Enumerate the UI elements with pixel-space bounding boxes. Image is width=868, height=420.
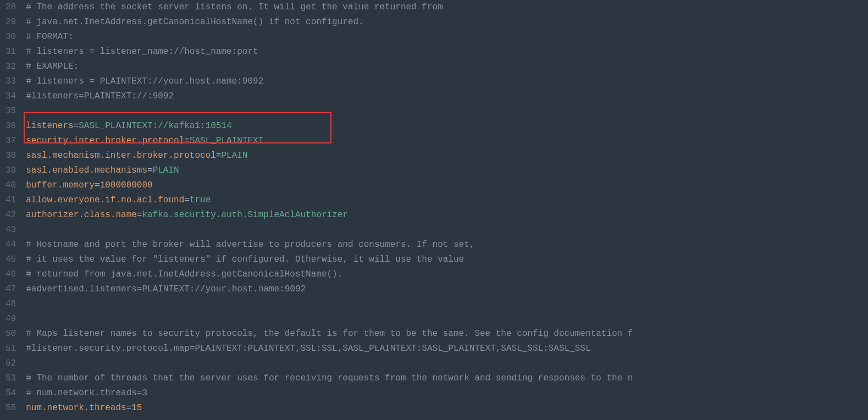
code-line[interactable]: buffer.memory=1000000000 [26, 178, 868, 193]
line-number: 38 [5, 148, 16, 163]
code-line[interactable]: allow.everyone.if.no.acl.found=true [26, 193, 868, 208]
line-number: 49 [5, 312, 16, 327]
code-line[interactable]: # The number of threads that the server … [26, 371, 868, 386]
code-token: 1000000000 [100, 180, 153, 190]
line-number: 35 [5, 104, 16, 119]
code-token: sasl.enabled.mechanisms [26, 165, 147, 175]
code-token: SASL_PLAINTEXT://kafka1:10514 [79, 121, 231, 131]
code-token: #listener.security.protocol.map=PLAINTEX… [26, 344, 590, 353]
code-token: # listeners = PLAINTEXT://your.host.name… [26, 76, 263, 86]
line-number: 28 [5, 0, 16, 15]
code-token: num.network.threads [26, 403, 126, 413]
code-line[interactable]: # listeners = listener_name://host_name:… [26, 45, 868, 59]
code-token: kafka.security.auth.SimpleAclAuthorizer [142, 210, 347, 220]
code-line[interactable]: # EXAMPLE: [26, 59, 868, 74]
code-token: # EXAMPLE: [26, 62, 79, 71]
line-number: 51 [5, 341, 16, 356]
code-line[interactable] [26, 104, 868, 119]
line-number: 40 [5, 178, 16, 193]
code-token: # The address the socket server listens … [26, 2, 443, 12]
code-line[interactable]: listeners=SASL_PLAINTEXT://kafka1:10514 [26, 119, 868, 134]
code-token: = [95, 180, 100, 190]
code-token: # Maps listener names to security protoc… [26, 329, 633, 339]
code-area[interactable]: # The address the socket server listens … [26, 0, 868, 416]
code-token: security.inter.broker.protocol [26, 136, 184, 146]
code-line[interactable]: # The address the socket server listens … [26, 0, 868, 15]
code-token: = [74, 121, 79, 131]
line-number: 47 [5, 282, 16, 297]
line-number: 42 [5, 208, 16, 223]
code-token: = [147, 165, 153, 175]
code-token: # Hostname and port the broker will adve… [26, 240, 474, 250]
code-line[interactable]: # it uses the value for "listeners" if c… [26, 252, 868, 267]
line-number-gutter: 2829303132333435363738394041424344454647… [0, 0, 26, 416]
code-token: authorizer.class.name [26, 210, 137, 220]
line-number: 50 [5, 327, 16, 341]
code-line[interactable]: sasl.enabled.mechanisms=PLAIN [26, 163, 868, 178]
line-number: 54 [5, 386, 16, 401]
code-line[interactable]: #listeners=PLAINTEXT://:9092 [26, 89, 868, 104]
code-token: listeners [26, 121, 73, 131]
line-number: 29 [5, 15, 16, 30]
code-token: = [184, 195, 190, 205]
code-line[interactable] [26, 312, 868, 327]
code-token: 15 [131, 403, 142, 413]
code-token: PLAIN [221, 151, 247, 161]
code-token: # num.network.threads=3 [26, 388, 147, 398]
line-number: 31 [5, 45, 16, 59]
code-token: allow.everyone.if.no.acl.found [26, 195, 184, 205]
code-token: # it uses the value for "listeners" if c… [26, 255, 464, 264]
code-token: = [184, 136, 190, 146]
line-number: 48 [5, 297, 16, 312]
code-line[interactable]: # Maps listener names to security protoc… [26, 327, 868, 341]
code-line[interactable] [26, 356, 868, 371]
line-number: 39 [5, 163, 16, 178]
line-number: 44 [5, 237, 16, 252]
code-token: # listeners = listener_name://host_name:… [26, 47, 258, 57]
code-editor[interactable]: 2829303132333435363738394041424344454647… [0, 0, 868, 416]
code-token: # java.net.InetAddress.getCanonicalHostN… [26, 17, 364, 27]
line-number: 45 [5, 252, 16, 267]
line-number: 46 [5, 267, 16, 282]
code-token: = [137, 210, 142, 220]
code-line[interactable]: # returned from java.net.InetAddress.get… [26, 267, 868, 282]
code-token: sasl.mechanism.inter.broker.protocol [26, 151, 216, 161]
code-line[interactable]: # Hostname and port the broker will adve… [26, 237, 868, 252]
code-line[interactable]: # FORMAT: [26, 30, 868, 45]
code-token: PLAIN [153, 165, 179, 175]
code-line[interactable]: sasl.mechanism.inter.broker.protocol=PLA… [26, 148, 868, 163]
line-number: 53 [5, 371, 16, 386]
code-line[interactable]: #listener.security.protocol.map=PLAINTEX… [26, 341, 868, 356]
line-number: 34 [5, 89, 16, 104]
code-line[interactable]: authorizer.class.name=kafka.security.aut… [26, 208, 868, 223]
code-line[interactable]: #advertised.listeners=PLAINTEXT://your.h… [26, 282, 868, 297]
code-line[interactable]: num.network.threads=15 [26, 401, 868, 416]
code-token: # The number of threads that the server … [26, 373, 633, 383]
code-line[interactable]: # listeners = PLAINTEXT://your.host.name… [26, 74, 868, 89]
code-token: # returned from java.net.InetAddress.get… [26, 269, 342, 279]
line-number: 33 [5, 74, 16, 89]
code-token: #advertised.listeners=PLAINTEXT://your.h… [26, 284, 306, 294]
code-line[interactable]: # java.net.InetAddress.getCanonicalHostN… [26, 15, 868, 30]
code-token: # FORMAT: [26, 32, 73, 42]
code-token: SASL_PLAINTEXT [190, 136, 263, 146]
code-line[interactable] [26, 297, 868, 312]
code-token: = [126, 403, 132, 413]
code-token: buffer.memory [26, 180, 95, 190]
line-number: 32 [5, 59, 16, 74]
line-number: 36 [5, 119, 16, 134]
code-token: #listeners=PLAINTEXT://:9092 [26, 91, 174, 101]
code-line[interactable]: security.inter.broker.protocol=SASL_PLAI… [26, 134, 868, 148]
code-line[interactable] [26, 223, 868, 237]
code-token: true [190, 195, 211, 205]
line-number: 41 [5, 193, 16, 208]
line-number: 52 [5, 356, 16, 371]
line-number: 55 [5, 401, 16, 416]
line-number: 30 [5, 30, 16, 45]
line-number: 43 [5, 223, 16, 237]
code-line[interactable]: # num.network.threads=3 [26, 386, 868, 401]
line-number: 37 [5, 134, 16, 148]
